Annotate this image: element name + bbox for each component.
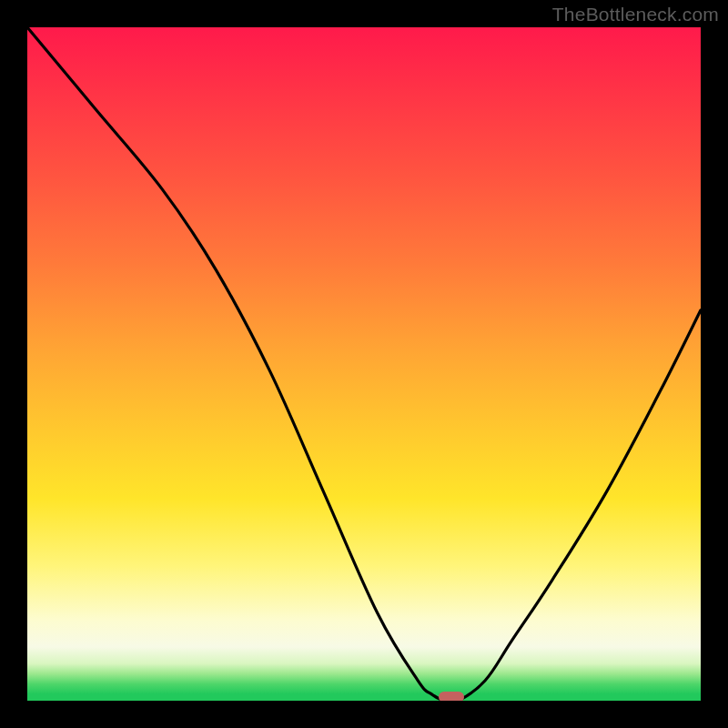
bottleneck-curve <box>27 27 701 701</box>
chart-stage: TheBottleneck.com <box>0 0 728 728</box>
plot-area <box>27 27 701 701</box>
optimal-point-marker-icon <box>439 692 464 701</box>
watermark-text: TheBottleneck.com <box>552 4 719 25</box>
